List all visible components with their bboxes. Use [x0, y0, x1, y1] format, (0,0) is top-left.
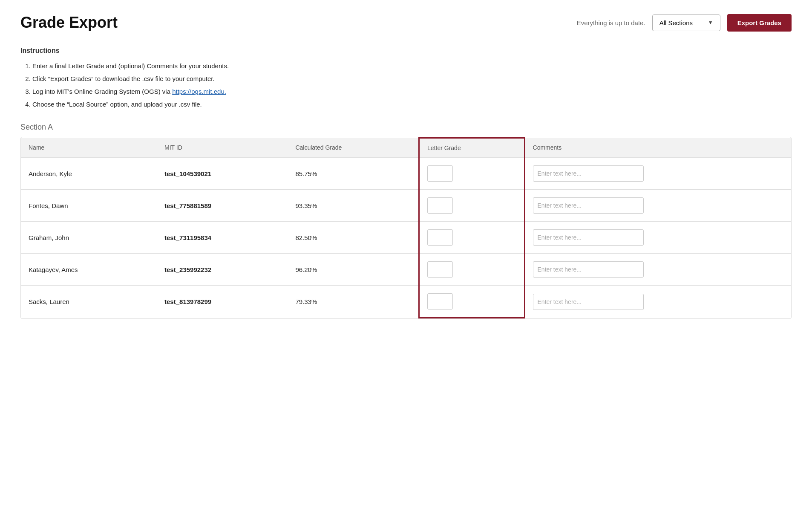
letter-grade-cell — [419, 190, 524, 222]
instruction-item-1: Enter a final Letter Grade and (optional… — [32, 60, 792, 72]
status-text: Everything is up to date. — [577, 19, 645, 26]
instructions-section: Instructions Enter a final Letter Grade … — [20, 47, 792, 111]
student-mit-id: test_731195834 — [157, 222, 288, 254]
calculated-grade: 85.75% — [288, 158, 419, 190]
page-title: Grade Export — [20, 14, 118, 32]
calculated-grade: 96.20% — [288, 254, 419, 286]
section-heading: Section A — [20, 123, 792, 132]
col-header-letter-grade: Letter Grade — [419, 138, 524, 158]
comment-cell — [524, 254, 791, 286]
letter-grade-cell — [419, 254, 524, 286]
header-controls: Everything is up to date. All Sections ▼… — [577, 14, 792, 32]
col-header-mit-id: MIT ID — [157, 138, 288, 158]
comment-cell — [524, 190, 791, 222]
instruction-item-2: Click “Export Grades” to download the .c… — [32, 72, 792, 85]
page-header: Grade Export Everything is up to date. A… — [20, 14, 792, 32]
ogs-link[interactable]: https://ogs.mit.edu. — [172, 88, 226, 95]
student-name: Katagayev, Ames — [21, 254, 157, 286]
student-name: Fontes, Dawn — [21, 190, 157, 222]
letter-grade-input[interactable] — [427, 229, 453, 246]
table-header-row: Name MIT ID Calculated Grade Letter Grad… — [21, 138, 791, 158]
student-name: Sacks, Lauren — [21, 286, 157, 318]
letter-grade-cell — [419, 222, 524, 254]
letter-grade-cell — [419, 286, 524, 318]
table-row: Anderson, Kyletest_10453902185.75% — [21, 158, 791, 190]
col-header-name: Name — [21, 138, 157, 158]
chevron-down-icon: ▼ — [708, 20, 713, 26]
table-row: Fontes, Dawntest_77588158993.35% — [21, 190, 791, 222]
instruction-item-3: Log into MIT’s Online Grading System (OG… — [32, 85, 792, 98]
sections-dropdown-label: All Sections — [659, 19, 693, 26]
col-header-comments: Comments — [524, 138, 791, 158]
letter-grade-input[interactable] — [427, 261, 453, 278]
grade-table-wrapper: Name MIT ID Calculated Grade Letter Grad… — [20, 137, 792, 319]
student-mit-id: test_104539021 — [157, 158, 288, 190]
comment-input[interactable] — [533, 197, 644, 214]
student-name: Graham, John — [21, 222, 157, 254]
calculated-grade: 82.50% — [288, 222, 419, 254]
table-row: Graham, Johntest_73119583482.50% — [21, 222, 791, 254]
comment-cell — [524, 158, 791, 190]
calculated-grade: 79.33% — [288, 286, 419, 318]
letter-grade-cell — [419, 158, 524, 190]
student-mit-id: test_813978299 — [157, 286, 288, 318]
student-name: Anderson, Kyle — [21, 158, 157, 190]
student-mit-id: test_775881589 — [157, 190, 288, 222]
student-mit-id: test_235992232 — [157, 254, 288, 286]
letter-grade-input[interactable] — [427, 165, 453, 182]
letter-grade-input[interactable] — [427, 197, 453, 214]
export-grades-button[interactable]: Export Grades — [727, 14, 792, 32]
col-header-calculated-grade: Calculated Grade — [288, 138, 419, 158]
sections-dropdown[interactable]: All Sections ▼ — [652, 14, 720, 31]
instructions-title: Instructions — [20, 47, 792, 55]
calculated-grade: 93.35% — [288, 190, 419, 222]
table-row: Sacks, Laurentest_81397829979.33% — [21, 286, 791, 318]
comment-input[interactable] — [533, 165, 644, 182]
comment-input[interactable] — [533, 294, 644, 310]
comment-cell — [524, 222, 791, 254]
letter-grade-input[interactable] — [427, 293, 453, 310]
comment-input[interactable] — [533, 229, 644, 246]
instruction-item-4: Choose the “Local Source” option, and up… — [32, 98, 792, 111]
grade-table: Name MIT ID Calculated Grade Letter Grad… — [21, 137, 791, 318]
instructions-list: Enter a final Letter Grade and (optional… — [20, 60, 792, 111]
table-row: Katagayev, Amestest_23599223296.20% — [21, 254, 791, 286]
comment-input[interactable] — [533, 261, 644, 278]
comment-cell — [524, 286, 791, 318]
